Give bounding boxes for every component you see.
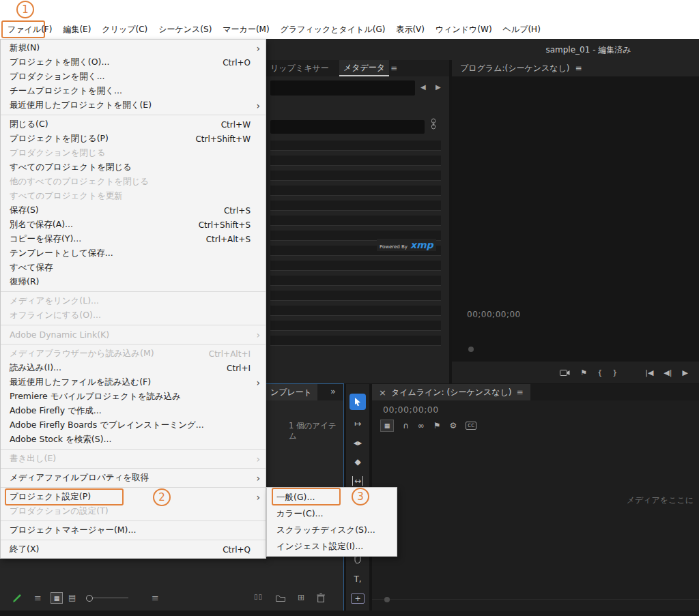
link-icon[interactable] [430,118,437,130]
go-to-in-icon[interactable]: |◀ [645,369,653,377]
metadata-search-input[interactable] [270,120,425,134]
file-menu-item[interactable]: すべて保存 [1,261,266,275]
add-marker-icon[interactable]: ⚑ [433,421,441,430]
metadata-field-row[interactable] [270,276,441,286]
submenu-item[interactable]: スクラッチディスク(S)... [267,522,397,538]
file-menu-item[interactable]: Premiere モバイルプロジェクトを読み込み [1,390,266,404]
file-menu-item[interactable]: 保存(S)Ctrl+S [1,203,266,218]
linked-selection-icon[interactable]: ∞ [418,421,425,430]
submenu-item[interactable]: カラー(C)... [267,505,397,522]
tab-audio-clip-mixer[interactable]: リップミキサー [267,60,332,76]
menu-item-label: プロダクションを閉じる [10,147,105,159]
writable-pencil-icon[interactable] [12,593,22,603]
menubar-item-view[interactable]: 表示(V) [394,22,427,38]
add-marker-icon[interactable]: ⚑ [580,369,587,377]
track-select-forward-tool[interactable]: ↦ [350,415,366,432]
previous-icon[interactable]: ◀ [420,83,426,91]
menu-item-label: メディアブラウザーから読み込み(M) [10,348,154,360]
menu-item-label: 他のすべてのプロジェクトを閉じる [10,176,149,188]
play-icon[interactable]: ▶ [683,369,688,377]
new-item-icon[interactable]: ⊞ [298,593,304,602]
next-icon[interactable]: ▶ [436,83,441,91]
timeline-settings-icon[interactable]: ⚙ [450,421,457,430]
file-menu-item[interactable]: Adobe Stock を検索(S)... [1,432,266,447]
tab-templates[interactable]: ンプレート [265,384,317,400]
trash-icon[interactable] [317,593,325,602]
export-frame-icon[interactable] [560,368,570,377]
transform-tool[interactable]: + [350,590,366,606]
metadata-field-row[interactable] [270,141,441,151]
menubar-item-graphics[interactable]: グラフィックとタイトル(G) [279,22,388,38]
file-menu-item[interactable]: 新規(N)› [1,41,266,55]
program-scrub-handle[interactable] [468,347,474,352]
file-menu-item[interactable]: チームプロジェクトを開く... [1,84,266,98]
file-menu-item[interactable]: 読み込み(I)...Ctrl+I [1,361,266,375]
file-menu-item[interactable]: 最近使用したファイルを読み込む(F)› [1,375,266,390]
metadata-field-row[interactable] [270,291,441,301]
sort-icon[interactable]: ≡ [152,593,159,603]
selection-tool[interactable] [350,394,366,410]
metadata-field-row[interactable] [270,156,441,166]
file-menu-item[interactable]: 復帰(R) [1,275,266,289]
zoom-slider-knob[interactable] [86,595,93,602]
panel-menu-icon[interactable]: ≡ [390,60,397,76]
ripple-edit-tool[interactable]: ◀▶ [350,435,366,451]
file-menu-item[interactable]: テンプレートとして保存... [1,246,266,261]
automate-to-sequence-icon[interactable]: ▯▯ [254,593,263,600]
razor-tool[interactable]: ◆ [350,454,366,470]
metadata-field-row[interactable] [270,336,441,346]
file-menu-item[interactable]: Adobe Firefly Boards でブレインストーミング... [1,418,266,432]
menu-item-shortcut: Ctrl+Alt+I [209,349,251,359]
metadata-field-row[interactable] [270,261,441,271]
captions-icon[interactable]: CC [466,422,476,430]
close-icon[interactable]: × [379,387,386,398]
metadata-field-row[interactable] [270,306,441,316]
file-menu-item[interactable]: プロジェクトを閉じる(P)Ctrl+Shift+W [1,132,266,146]
file-menu-item[interactable]: プロジェクトを開く(O)...Ctrl+O [1,55,266,70]
file-menu-item[interactable]: すべてのプロジェクトを閉じる [1,160,266,175]
step-back-icon[interactable]: ◀| [664,369,672,377]
menubar-item-marker[interactable]: マーカー(M) [220,22,271,38]
menubar-item-window[interactable]: ウィンドウ(W) [433,22,494,38]
menubar-item-sequence[interactable]: シーケンス(S) [156,22,214,38]
icon-view-icon[interactable]: ▦ [51,592,63,604]
tab-metadata[interactable]: メタデータ [339,60,389,76]
nest-sequence-icon[interactable]: ▦ [380,420,394,432]
tab-timeline[interactable]: × タイムライン: (シーケンスなし) ≡ [372,384,530,400]
annotation-step-2: 2 [153,488,171,506]
metadata-field-row[interactable] [270,171,441,181]
metadata-field-row[interactable] [270,201,441,211]
menubar-item-clip[interactable]: クリップ(C) [100,22,149,38]
snap-icon[interactable]: ∩ [403,421,409,430]
freeform-view-icon[interactable]: ▤ [68,593,76,602]
metadata-field-row[interactable] [270,321,441,331]
metadata-clip-field[interactable] [270,80,415,96]
menubar-area: ファイル(F)編集(E)クリップ(C)シーケンス(S)マーカー(M)グラフィック… [0,0,699,39]
menu-item-label: 保存(S) [10,205,39,216]
metadata-field-row[interactable] [270,216,441,226]
file-menu-item[interactable]: コピーを保存(Y)...Ctrl+Alt+S [1,232,266,246]
timeline-scrollbar-track[interactable] [372,599,699,600]
file-menu-item[interactable]: 最近使用したプロジェクトを開く(E)› [1,98,266,113]
new-bin-icon[interactable] [276,594,285,602]
file-menu-item[interactable]: Adobe Firefly で作成... [1,404,266,418]
type-tool[interactable]: T, [350,571,366,587]
list-view-icon[interactable]: ≡ [34,593,42,603]
file-menu-item[interactable]: 終了(X)Ctrl+Q [1,542,266,557]
submenu-item[interactable]: インジェスト設定(I)... [267,538,397,555]
zoom-slider[interactable] [86,593,128,602]
mark-in-icon[interactable]: { [597,369,602,377]
menubar-item-edit[interactable]: 編集(E) [61,22,93,38]
tab-overflow-icon[interactable]: » [330,386,336,396]
file-menu-item[interactable]: プロジェクトマネージャー(M)... [1,523,266,538]
menubar-item-help[interactable]: ヘルプ(H) [501,22,543,38]
file-menu-item[interactable]: メディアファイルプロパティを取得› [1,471,266,485]
panel-menu-icon[interactable]: ≡ [517,387,524,397]
metadata-field-row[interactable] [270,186,441,196]
panel-menu-icon[interactable]: ≡ [575,60,582,76]
file-menu-item[interactable]: 別名で保存(A)...Ctrl+Shift+S [1,218,266,232]
file-menu-item[interactable]: プロダクションを開く... [1,70,266,84]
timeline-scrollbar-handle[interactable] [384,597,390,602]
file-menu-item[interactable]: 閉じる(C)Ctrl+W [1,117,266,132]
mark-out-icon[interactable]: } [612,369,617,377]
